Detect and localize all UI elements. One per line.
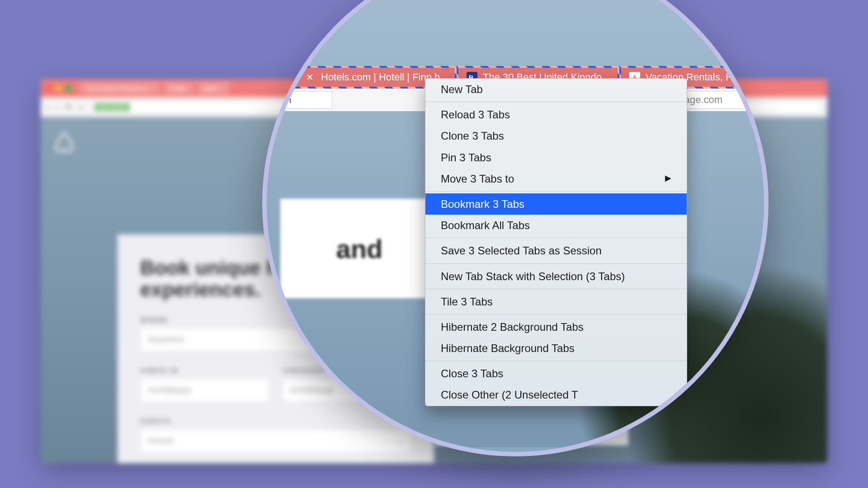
lens-card-fragment: and bbox=[280, 199, 439, 298]
minimize-icon bbox=[55, 85, 61, 91]
menu-item-save-session[interactable]: Save 3 Selected Tabs as Session bbox=[425, 240, 687, 261]
menu-item-new-tab[interactable]: New Tab bbox=[425, 79, 687, 100]
submenu-arrow-icon: ▶ bbox=[665, 172, 671, 185]
menu-item-pin-tabs[interactable]: Pin 3 Tabs bbox=[425, 147, 687, 168]
guests-label: GUESTS bbox=[140, 418, 411, 425]
menu-item-clone-tabs[interactable]: Clone 3 Tabs bbox=[425, 125, 687, 146]
window-controls bbox=[45, 85, 71, 91]
menu-item-close-other[interactable]: Close Other (2 Unselected T bbox=[425, 384, 687, 405]
forward-icon: › bbox=[56, 103, 59, 112]
zoom-icon bbox=[65, 85, 71, 91]
home-icon: ⌂ bbox=[78, 103, 83, 112]
menu-item-hibernate-bg[interactable]: Hibernate Background Tabs bbox=[425, 338, 687, 359]
menu-item-tile-tabs[interactable]: Tile 3 Tabs bbox=[425, 291, 687, 312]
reload-icon: ⟳ bbox=[65, 102, 72, 112]
close-tab-icon[interactable]: ✕ bbox=[304, 71, 316, 83]
chevron-down-icon: ⌄ bbox=[397, 436, 404, 446]
menu-item-bookmark-selected[interactable]: Bookmark 3 Tabs bbox=[425, 193, 687, 215]
bg-tab: Twitter bbox=[163, 82, 193, 94]
tab-context-menu: New Tab Reload 3 Tabs Clone 3 Tabs Pin 3… bbox=[425, 78, 687, 406]
checkin-label: CHECK-IN bbox=[140, 367, 269, 374]
menu-item-reload-tabs[interactable]: Reload 3 Tabs bbox=[425, 104, 687, 125]
menu-item-move-tabs[interactable]: Move 3 Tabs to▶ bbox=[425, 168, 687, 189]
url-chip: www.airbnb bbox=[94, 103, 130, 111]
bg-tab: openi… bbox=[197, 82, 230, 94]
guests-input: Guests⌄ bbox=[140, 429, 411, 453]
menu-item-hibernate-n[interactable]: Hibernate 2 Background Tabs bbox=[425, 316, 687, 338]
menu-item-close-tabs[interactable]: Close 3 Tabs bbox=[425, 363, 687, 384]
tab-title: Hotels.com | Hotell | Finn h bbox=[321, 71, 440, 83]
close-icon bbox=[45, 85, 52, 91]
menu-item-tab-stack[interactable]: New Tab Stack with Selection (3 Tabs) bbox=[425, 266, 687, 287]
menu-item-bookmark-all[interactable]: Bookmark All Tabs bbox=[425, 215, 687, 236]
airbnb-logo-icon bbox=[54, 131, 77, 153]
checkin-input: mm/dd/yyyy bbox=[140, 379, 269, 402]
bg-tab: The browser that puts y… bbox=[80, 82, 160, 94]
back-icon: ‹ bbox=[47, 103, 50, 112]
